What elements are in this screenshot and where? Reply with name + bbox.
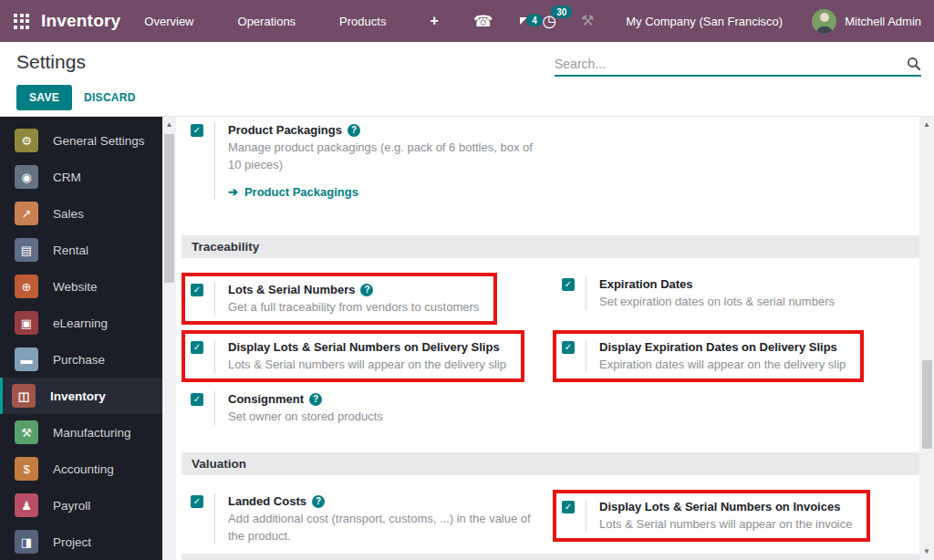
navbar-menu-overview[interactable]: Overview [144, 15, 193, 28]
scrollbar-thumb[interactable] [164, 134, 174, 283]
control-panel: Settings SAVE DISCARD [0, 42, 934, 117]
sidebar-item-accounting[interactable]: $ Accounting [0, 451, 162, 487]
setting-label: Lots & Serial Numbers [228, 282, 355, 298]
sidebar-app-label: CRM [53, 171, 81, 184]
activities-clock-icon[interactable]: ◷ 30 [542, 13, 556, 29]
setting-landed-costs: ✓ Landed Costs ? Add additional cost (tr… [182, 490, 553, 550]
sidebar-app-label: Payroll [53, 499, 90, 513]
setting-checkbox[interactable]: ✓ [562, 278, 575, 291]
scroll-up-icon[interactable]: ▲ [162, 119, 176, 131]
section-header-valuation: Valuation [182, 452, 919, 475]
setting-checkbox[interactable]: ✓ [191, 341, 203, 354]
sidebar-app-label: Accounting [53, 462, 114, 476]
discard-button[interactable]: DISCARD [84, 91, 136, 104]
check-icon: ✓ [193, 343, 201, 352]
payroll-icon: ♟ [15, 493, 38, 517]
sidebar-item-inventory[interactable]: ◫ Inventory [0, 378, 162, 414]
help-icon[interactable]: ? [312, 495, 325, 508]
setting-expiration-dates: ✓ Expiration Dates Set expiration dates … [553, 273, 919, 316]
navbar-menu-products[interactable]: Products [339, 15, 386, 28]
sales-chart-icon: ↗ [15, 202, 38, 225]
rental-icon: ▤ [15, 238, 38, 262]
sidebar-scrollbar[interactable]: ▲ [162, 117, 176, 560]
app-title[interactable]: Inventory [41, 11, 120, 31]
setting-display-lots-serial-numbers-on-invoices: ✓ Display Lots & Serial Numbers on Invoi… [553, 490, 870, 542]
plus-menu-icon[interactable]: + [430, 13, 438, 29]
user-menu[interactable]: Mitchell Admin [812, 9, 921, 34]
inventory-box-icon: ◫ [12, 384, 36, 408]
search-icon[interactable] [907, 57, 921, 71]
setting-description: Lots & Serial numbers will appear on the… [599, 515, 852, 533]
user-avatar [812, 9, 836, 34]
sidebar-item-project[interactable]: ◨ Project [0, 524, 162, 560]
setting-checkbox[interactable]: ✓ [562, 501, 575, 513]
settings-row: ✓ Display Lots & Serial Numbers on Deliv… [182, 330, 919, 382]
purchase-card-icon: ▬ [15, 347, 38, 371]
page-title: Settings [16, 51, 136, 73]
company-switcher[interactable]: My Company (San Francisco) [626, 15, 783, 28]
setting-product-packagings: ✓ Product Packagings ? Manage product pa… [182, 119, 919, 204]
section-header-traceability: Traceability [182, 235, 919, 258]
scroll-up-icon[interactable]: ▲ [919, 119, 934, 131]
setting-description: Set owner on stored products [228, 408, 383, 425]
sidebar-item-sales[interactable]: ↗ Sales [0, 195, 162, 232]
top-navbar: Inventory Overview Operations Products +… [0, 0, 934, 42]
navbar-menu-operations[interactable]: Operations [238, 15, 296, 28]
help-icon[interactable]: ? [348, 124, 360, 137]
check-icon: ✓ [565, 280, 572, 289]
search-input[interactable] [555, 57, 907, 71]
settings-row: ✓ Lots & Serial Numbers ? Get a full tra… [182, 273, 919, 325]
sidebar-item-general-settings[interactable]: ⚙ General Settings [0, 122, 162, 159]
sidebar-item-rental[interactable]: ▤ Rental [0, 232, 162, 268]
next-section-bar-peek [182, 554, 919, 560]
save-button[interactable]: SAVE [16, 85, 72, 110]
accounting-icon: $ [15, 457, 38, 481]
check-icon: ✓ [193, 497, 201, 506]
settings-row: ✓ Landed Costs ? Add additional cost (tr… [182, 490, 919, 550]
sidebar-item-purchase[interactable]: ▬ Purchase [0, 341, 162, 378]
tools-icon[interactable]: ⚒ [581, 14, 594, 28]
setting-checkbox[interactable]: ✓ [191, 124, 203, 137]
setting-description: Lots & Serial numbers will appear on the… [228, 356, 506, 373]
sidebar-app-label: Inventory [50, 389, 106, 403]
sidebar-item-website[interactable]: ⊕ Website [0, 268, 162, 305]
sidebar-app-label: General Settings [53, 134, 145, 148]
setting-label: Display Lots & Serial Numbers on Invoice… [599, 499, 840, 515]
setting-display-lots-serial-numbers-on-delivery-slips: ✓ Display Lots & Serial Numbers on Deliv… [182, 330, 524, 382]
navbar-menus: Overview Operations Products [144, 15, 386, 28]
sidebar-item-manufacturing[interactable]: ⚒ Manufacturing [0, 414, 162, 451]
setting-display-expiration-dates-on-delivery-slips: ✓ Display Expiration Dates on Delivery S… [553, 330, 864, 382]
scroll-down-icon[interactable]: ▼ [919, 545, 934, 558]
messages-badge: 4 [526, 14, 543, 26]
settings-content: ✓ Product Packagings ? Manage product pa… [176, 117, 919, 560]
setting-checkbox[interactable]: ✓ [191, 393, 203, 406]
help-icon[interactable]: ? [309, 393, 322, 406]
activities-badge: 30 [551, 5, 572, 18]
setting-checkbox[interactable]: ✓ [191, 284, 203, 296]
setting-checkbox[interactable]: ✓ [191, 495, 203, 508]
user-name: Mitchell Admin [845, 15, 921, 28]
wrench-icon: ⚒ [15, 420, 38, 444]
page-scrollbar[interactable]: ▲ ▼ [919, 117, 934, 560]
setting-label: Display Lots & Serial Numbers on Deliver… [228, 339, 500, 356]
sidebar-app-label: Website [53, 280, 98, 294]
sidebar-item-elearning[interactable]: ▣ eLearning [0, 305, 162, 341]
sidebar-app-label: Manufacturing [53, 426, 131, 440]
setting-link[interactable]: ➔ Product Packagings [228, 185, 535, 199]
gear-icon: ⚙ [15, 129, 38, 152]
sidebar-item-payroll[interactable]: ♟ Payroll [0, 487, 162, 524]
phone-icon[interactable]: ☎ [473, 14, 493, 29]
search-box [555, 53, 921, 77]
setting-checkbox[interactable]: ✓ [562, 341, 575, 354]
setting-label: Landed Costs [228, 493, 306, 510]
check-icon: ✓ [565, 343, 572, 352]
systray: ☎ 4 ◷ 30 ⚒ My Company (San Francisco) Mi… [473, 9, 934, 34]
scrollbar-thumb[interactable] [922, 360, 932, 449]
setting-description: Manage product packagings (e.g. pack of … [228, 139, 535, 173]
help-icon[interactable]: ? [360, 284, 373, 296]
sidebar-item-crm[interactable]: ◉ CRM [0, 159, 162, 195]
sidebar-app-label: Purchase [53, 353, 105, 367]
check-icon: ✓ [193, 285, 201, 295]
sidebar-app-label: eLearning [53, 316, 108, 330]
apps-grid-icon[interactable] [14, 14, 29, 29]
